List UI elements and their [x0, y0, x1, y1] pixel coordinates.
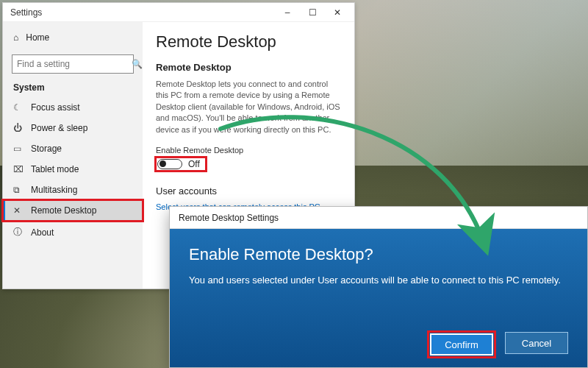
sidebar-item-label: Focus assist: [31, 102, 80, 113]
page-title: Remote Desktop: [156, 32, 341, 52]
sidebar-item-label: Remote Desktop: [31, 205, 96, 216]
section-title: Remote Desktop: [156, 62, 341, 73]
multitask-icon: ⧉: [13, 185, 24, 195]
sidebar-item-focus-assist[interactable]: ☾ Focus assist: [3, 97, 143, 118]
window-title: Settings: [10, 7, 42, 18]
confirm-button[interactable]: Confirm: [430, 333, 493, 355]
sidebar-item-about[interactable]: ⓘ About: [3, 221, 143, 244]
search-icon: 🔍: [132, 59, 143, 69]
sidebar-home-label: Home: [26, 32, 49, 43]
sidebar-item-label: Storage: [31, 144, 62, 154]
sidebar-nav-list: ☾ Focus assist ⏻ Power & sleep ▭ Storage…: [3, 97, 143, 244]
dialog-message: You and users selected under User accoun…: [189, 275, 568, 286]
user-accounts-heading: User accounts: [156, 185, 341, 197]
dialog-title: Remote Desktop Settings: [179, 213, 279, 223]
cancel-button[interactable]: Cancel: [505, 332, 568, 354]
remote-icon: ✕: [13, 205, 24, 216]
dialog-actions: Confirm Cancel: [189, 325, 568, 357]
sidebar-item-storage[interactable]: ▭ Storage: [3, 138, 143, 159]
power-icon: ⏻: [13, 123, 24, 133]
sidebar-item-remote-desktop[interactable]: ✕ Remote Desktop: [3, 200, 143, 221]
toggle-label: Enable Remote Desktop: [156, 146, 341, 155]
sidebar-item-label: About: [31, 227, 54, 238]
window-maximize-button[interactable]: ☐: [300, 7, 325, 18]
sidebar-item-label: Power & sleep: [31, 123, 87, 133]
sidebar-item-label: Multitasking: [31, 185, 77, 195]
sidebar-section-label: System: [3, 79, 143, 97]
section-description: Remote Desktop lets you connect to and c…: [156, 79, 341, 135]
enable-remote-desktop-toggle[interactable]: Off: [156, 158, 206, 171]
tablet-icon: ⌧: [13, 164, 24, 174]
sidebar: ⌂ Home 🔍 System ☾ Focus assist ⏻ Power &…: [3, 22, 143, 289]
window-close-button[interactable]: ✕: [325, 7, 350, 18]
settings-search[interactable]: 🔍: [12, 54, 134, 74]
sidebar-item-multitasking[interactable]: ⧉ Multitasking: [3, 180, 143, 200]
dialog-titlebar: Remote Desktop Settings: [170, 207, 587, 229]
dialog-heading: Enable Remote Desktop?: [189, 245, 568, 264]
sidebar-item-tablet-mode[interactable]: ⌧ Tablet mode: [3, 159, 143, 180]
sidebar-item-power-sleep[interactable]: ⏻ Power & sleep: [3, 118, 143, 138]
remote-desktop-dialog: Remote Desktop Settings Enable Remote De…: [169, 206, 588, 368]
toggle-state-text: Off: [188, 159, 200, 169]
sidebar-item-label: Tablet mode: [31, 164, 79, 174]
window-titlebar: Settings – ☐ ✕: [3, 3, 354, 22]
moon-icon: ☾: [13, 102, 24, 113]
window-minimize-button[interactable]: –: [275, 7, 300, 18]
dialog-body: Enable Remote Desktop? You and users sel…: [170, 229, 587, 367]
info-icon: ⓘ: [13, 226, 24, 238]
home-icon: ⌂: [13, 32, 18, 43]
disk-icon: ▭: [13, 144, 24, 154]
toggle-switch[interactable]: [157, 159, 182, 169]
sidebar-home[interactable]: ⌂ Home: [3, 28, 143, 47]
search-input[interactable]: [12, 59, 132, 69]
